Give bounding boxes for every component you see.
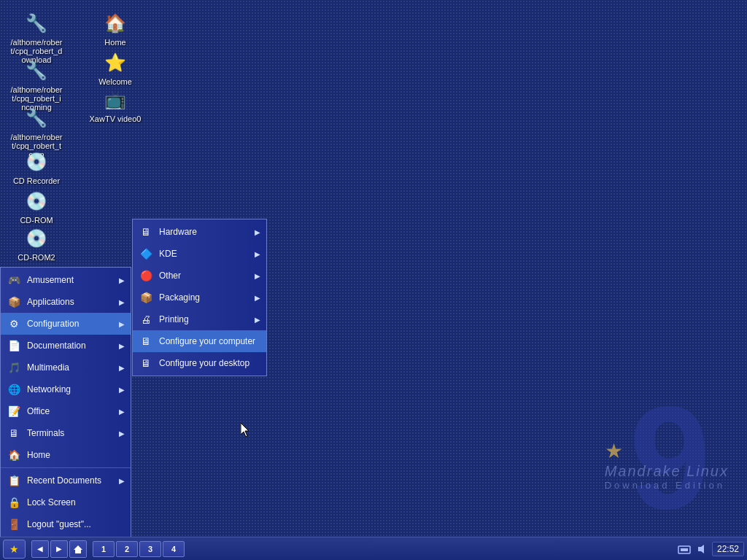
arrow-icon: ▶ <box>119 429 125 438</box>
arrow-icon: ▶ <box>255 316 260 324</box>
config-hardware[interactable]: 🖥 Hardware ▶ <box>133 221 266 243</box>
menu-item-office[interactable]: 📝 Office ▶ <box>1 400 131 422</box>
svg-marker-3 <box>698 545 704 553</box>
arrow-icon: ▶ <box>119 364 125 372</box>
multimedia-icon: 🎵 <box>7 360 21 375</box>
icon-label: XawTV video0 <box>90 114 142 123</box>
brand-edition: Download Edition <box>605 480 729 491</box>
menu-label: Documentation <box>27 341 119 351</box>
svg-marker-0 <box>74 545 82 553</box>
window-btn-3[interactable]: 3 <box>139 541 161 557</box>
applications-icon: 📦 <box>7 295 21 309</box>
arrow-icon: ▶ <box>119 477 125 485</box>
logout-icon: 🚪 <box>7 517 21 532</box>
menu-item-multimedia[interactable]: 🎵 Multimedia ▶ <box>1 357 131 378</box>
icon-label: CD Recorder <box>13 176 60 185</box>
menu-item-home[interactable]: 🏠 Home <box>1 444 131 466</box>
nav-home-button[interactable] <box>69 540 87 558</box>
taskbar-nav: ◀ ▶ <box>31 540 87 558</box>
submenu-label: Other <box>159 271 181 281</box>
submenu-label: Configure your computer <box>159 336 255 346</box>
menu-item-applications[interactable]: 📦 Applications ▶ <box>1 291 131 313</box>
menu-label: Recent Documents <box>27 475 119 486</box>
tray-speaker-icon <box>694 542 709 556</box>
menu-label: Multimedia <box>27 362 119 373</box>
submenu-label: KDE <box>159 249 177 259</box>
terminals-icon: 🖥 <box>7 426 21 440</box>
menu-item-recent-docs[interactable]: 📋 Recent Documents ▶ <box>1 470 131 491</box>
menu-item-configuration[interactable]: ⚙ Configuration ▶ <box>1 313 131 335</box>
cdrom2-icon: 💿 <box>23 225 50 252</box>
config-configure-desktop[interactable]: 🖥 Configure your desktop <box>133 352 266 374</box>
icon-label: Home <box>104 38 125 47</box>
config-packaging[interactable]: 📦 Packaging ▶ <box>133 287 266 308</box>
background-number: 9 <box>630 385 711 531</box>
arrow-icon: ▶ <box>255 228 260 236</box>
menu-label: Lock Screen <box>27 497 125 508</box>
menu-label: Applications <box>27 297 119 307</box>
submenu-label: Packaging <box>159 292 200 303</box>
menu-label: Home <box>27 450 125 460</box>
desktop: 9 ★ Mandrake Linux Download Edition 🔧 /a… <box>0 0 747 560</box>
start-button[interactable]: ★ <box>3 540 26 559</box>
menu-item-documentation[interactable]: 📄 Documentation ▶ <box>1 335 131 357</box>
main-menu: 🎮 Amusement ▶ 📦 Applications ▶ ⚙ Configu… <box>0 267 131 537</box>
office-icon: 📝 <box>7 404 21 419</box>
desktop-icon-cdrom2[interactable]: 💿 CD-ROM2 <box>7 222 66 265</box>
svg-rect-2 <box>681 548 688 551</box>
tray-network-icon <box>677 542 692 556</box>
arrow-icon: ▶ <box>119 298 125 306</box>
menu-item-amusement[interactable]: 🎮 Amusement ▶ <box>1 269 131 291</box>
menu-label: Logout "guest"... <box>27 519 125 529</box>
menu-item-terminals[interactable]: 🖥 Terminals ▶ <box>1 422 131 444</box>
documentation-icon: 📄 <box>7 338 21 353</box>
folder-icon: 🔧 <box>23 10 50 36</box>
printing-icon: 🖨 <box>139 312 153 327</box>
arrow-icon: ▶ <box>119 386 125 394</box>
desktop-icon-xawtv[interactable]: 📺 XawTV video0 <box>86 84 144 126</box>
menu-item-lock-screen[interactable]: 🔒 Lock Screen <box>1 491 131 513</box>
menu-item-logout[interactable]: 🚪 Logout "guest"... <box>1 513 131 535</box>
start-star-icon: ★ <box>9 543 19 555</box>
svg-marker-4 <box>241 423 249 437</box>
menu-separator <box>1 467 131 468</box>
lock-icon: 🔒 <box>7 495 21 510</box>
configure-computer-icon: 🖥 <box>139 334 153 349</box>
nav-back-button[interactable]: ◀ <box>31 540 49 558</box>
config-configure-computer[interactable]: 🖥 Configure your computer <box>133 330 266 352</box>
submenu-label: Configure your desktop <box>159 358 249 368</box>
config-printing[interactable]: 🖨 Printing ▶ <box>133 308 266 330</box>
desktop-icon-cdrom[interactable]: 💿 CD-ROM <box>7 185 66 228</box>
arrow-icon: ▶ <box>255 250 260 258</box>
kde-icon: 🔷 <box>139 246 153 261</box>
desktop-icon-welcome[interactable]: ⭐ Welcome <box>86 47 144 89</box>
arrow-icon: ▶ <box>255 272 260 280</box>
arrow-icon: ▶ <box>119 320 125 328</box>
taskbar-tray: 22:52 <box>677 542 744 556</box>
window-btn-2[interactable]: 2 <box>116 541 138 557</box>
desktop-icon-cd-recorder[interactable]: 💿 CD Recorder <box>7 146 66 188</box>
home-menu-icon: 🏠 <box>7 448 21 462</box>
cd-recorder-icon: 💿 <box>23 149 50 175</box>
menu-label: Configuration <box>27 319 119 329</box>
config-kde[interactable]: 🔷 KDE ▶ <box>133 243 266 265</box>
submenu-label: Printing <box>159 314 189 324</box>
welcome-icon: ⭐ <box>102 50 128 76</box>
networking-icon: 🌐 <box>7 382 21 397</box>
window-btn-1[interactable]: 1 <box>93 541 115 557</box>
taskbar-windows: 1 2 3 4 <box>93 541 677 557</box>
menu-label: Terminals <box>27 428 119 438</box>
clock: 22:52 <box>712 542 744 556</box>
nav-forward-button[interactable]: ▶ <box>50 540 68 558</box>
brand-name: Mandrake Linux <box>605 463 729 480</box>
arrow-icon: ▶ <box>119 408 125 416</box>
menu-item-networking[interactable]: 🌐 Networking ▶ <box>1 378 131 400</box>
packaging-icon: 📦 <box>139 290 153 305</box>
folder-icon: 🔧 <box>23 58 50 84</box>
hardware-icon: 🖥 <box>139 225 153 239</box>
config-other[interactable]: 🔴 Other ▶ <box>133 265 266 287</box>
desktop-icon-home[interactable]: 🏠 Home <box>86 7 144 50</box>
submenu-label: Hardware <box>159 227 197 237</box>
window-btn-4[interactable]: 4 <box>163 541 185 557</box>
arrow-icon: ▶ <box>255 294 260 302</box>
